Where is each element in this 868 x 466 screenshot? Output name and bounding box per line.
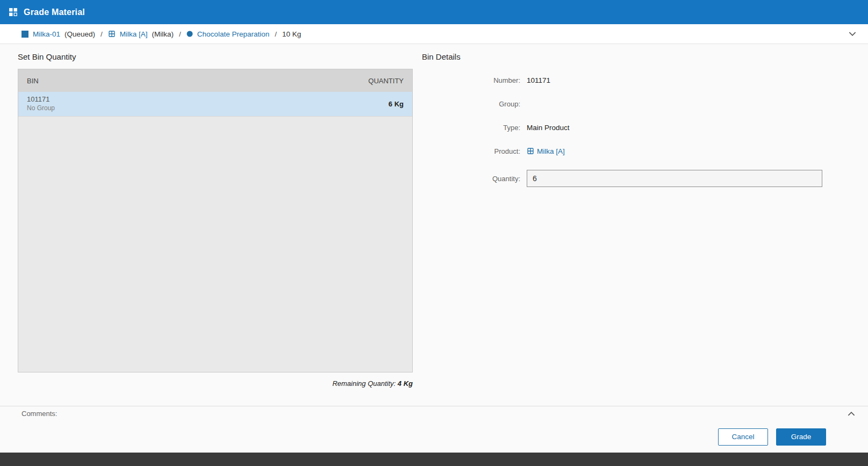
bin-table-body: 101171 No Group 6 Kg <box>18 92 412 372</box>
operation-status-icon <box>21 31 28 38</box>
breadcrumb-operation-status: (Queued) <box>64 30 95 38</box>
breadcrumb-quantity: 10 Kg <box>282 30 301 38</box>
quantity-row: Quantity: <box>422 170 822 187</box>
product-label: Product: <box>422 147 527 155</box>
group-row: Group: <box>422 99 822 109</box>
breadcrumb-operation-link[interactable]: Milka-01 <box>33 30 60 38</box>
bin-details-title: Bin Details <box>422 52 822 62</box>
breadcrumb-separator: / <box>99 30 104 38</box>
breadcrumb: Milka-01 (Queued) / Milka [A] (Milka) / … <box>0 24 868 44</box>
table-row[interactable]: 101171 No Group 6 Kg <box>18 92 412 117</box>
product-row: Product: Milka [A] <box>422 146 822 156</box>
screen-edge <box>0 453 868 466</box>
breadcrumb-separator: / <box>178 30 182 38</box>
column-header-quantity: QUANTITY <box>368 77 404 85</box>
bin-cell: 101171 No Group <box>27 95 55 112</box>
quantity-label: Quantity: <box>422 175 527 183</box>
breadcrumb-product-name: (Milka) <box>152 30 174 38</box>
bin-quantity: 6 Kg <box>389 100 404 108</box>
bin-table: BIN QUANTITY 101171 No Group 6 Kg <box>18 69 413 372</box>
grade-material-icon <box>9 8 18 17</box>
remaining-quantity-value: 4 Kg <box>398 379 413 388</box>
type-label: Type: <box>422 124 527 132</box>
breadcrumb-separator: / <box>274 30 278 38</box>
type-row: Type: Main Product <box>422 123 822 132</box>
chevron-up-icon[interactable] <box>847 409 856 419</box>
bin-details-form: Number: 101171 Group: Type: Main Product… <box>422 75 822 187</box>
breadcrumb-step-link[interactable]: Chocolate Preparation <box>197 30 269 38</box>
title-bar: Grade Material <box>0 0 868 24</box>
number-row: Number: 101171 <box>422 75 822 85</box>
set-bin-quantity-title: Set Bin Quantity <box>18 52 413 62</box>
number-value: 101171 <box>527 76 550 84</box>
grade-button[interactable]: Grade <box>776 428 826 446</box>
remaining-quantity-label: Remaining Quantity: <box>332 379 396 388</box>
main-content: Set Bin Quantity BIN QUANTITY 101171 No … <box>0 44 868 406</box>
step-icon <box>186 31 193 37</box>
action-bar: Cancel Grade <box>0 421 868 453</box>
comments-section: Comments: <box>0 406 868 421</box>
column-header-bin: BIN <box>27 77 39 85</box>
set-bin-quantity-panel: Set Bin Quantity BIN QUANTITY 101171 No … <box>18 52 413 388</box>
product-icon <box>527 147 534 155</box>
number-label: Number: <box>422 76 527 84</box>
remaining-quantity: Remaining Quantity: 4 Kg <box>18 379 413 388</box>
product-value: Milka [A] <box>537 147 565 155</box>
grade-material-window: Grade Material Milka-01 (Queued) / Milka… <box>0 0 868 466</box>
bin-details-panel: Bin Details Number: 101171 Group: Type: … <box>422 52 822 187</box>
product-link[interactable]: Milka [A] <box>527 147 565 155</box>
bin-group: No Group <box>27 104 55 113</box>
comments-label: Comments: <box>21 410 57 418</box>
chevron-down-icon[interactable] <box>848 29 857 39</box>
cancel-button[interactable]: Cancel <box>718 428 768 446</box>
bin-number: 101171 <box>27 95 55 104</box>
bin-table-header: BIN QUANTITY <box>18 69 412 92</box>
page-title: Grade Material <box>24 8 85 17</box>
quantity-input[interactable] <box>527 170 822 187</box>
product-icon <box>108 30 116 38</box>
breadcrumb-product-link[interactable]: Milka [A] <box>120 30 148 38</box>
type-value: Main Product <box>527 124 570 132</box>
group-label: Group: <box>422 100 527 108</box>
